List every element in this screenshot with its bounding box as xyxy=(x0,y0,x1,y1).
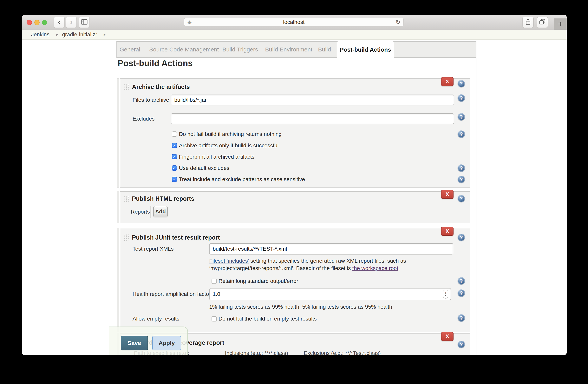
help-icon[interactable]: ? xyxy=(458,234,465,241)
help-icon[interactable]: ? xyxy=(458,176,465,183)
tabs-icon xyxy=(539,19,546,26)
breadcrumb-separator-icon: ▸ xyxy=(56,30,58,39)
drag-strip[interactable] xyxy=(117,191,119,223)
breadcrumb-item-jenkins[interactable]: Jenkins xyxy=(31,30,49,39)
drag-handle-icon[interactable] xyxy=(124,83,129,91)
help-icon[interactable]: ? xyxy=(458,164,465,172)
column-header: Inclusions (e.g.: **/*.class) xyxy=(225,350,288,355)
back-button[interactable]: ‹ xyxy=(54,17,65,28)
checkbox[interactable]: ✓ xyxy=(172,165,177,171)
check-icon: ✓ xyxy=(172,154,177,159)
checkbox[interactable]: ✓ xyxy=(211,278,217,284)
help-icon[interactable]: ? xyxy=(458,195,465,202)
section-title: Archive the artifacts xyxy=(132,83,190,91)
checkbox[interactable]: ✓ xyxy=(211,316,217,321)
minimize-window-button[interactable] xyxy=(34,20,40,25)
help-icon[interactable]: ? xyxy=(458,130,465,138)
help-icon[interactable]: ? xyxy=(458,94,465,102)
sidebar-icon xyxy=(81,19,87,25)
tab-general[interactable]: General xyxy=(120,42,140,57)
delete-section-button[interactable]: X xyxy=(441,332,454,341)
number-stepper[interactable]: ▲ ▼ xyxy=(443,290,448,299)
drag-strip[interactable] xyxy=(117,228,119,332)
content-column-divider xyxy=(476,41,476,355)
reload-icon[interactable]: ↻ xyxy=(396,19,400,25)
check-icon: ✓ xyxy=(172,143,177,148)
share-icon xyxy=(525,19,531,26)
site-badge-icon: ⊕ xyxy=(187,19,192,26)
stepper-down-icon: ▼ xyxy=(445,294,447,297)
help-icon[interactable]: ? xyxy=(458,277,465,285)
description-text: . xyxy=(398,265,400,271)
delete-section-button[interactable]: X xyxy=(441,190,454,199)
plus-icon: + xyxy=(558,20,563,29)
test-report-xmls-input[interactable]: build/test-results/**/TEST-*.xml xyxy=(209,243,453,255)
breadcrumb: Jenkins ▸ gradle-initializr ▸ xyxy=(22,30,567,40)
share-button[interactable] xyxy=(523,17,534,28)
excludes-input[interactable] xyxy=(171,113,454,124)
checkbox-label: Retain long standard output/error xyxy=(218,278,298,284)
config-tab-bar: General Source Code Management Build Tri… xyxy=(116,41,476,58)
drag-handle-icon[interactable] xyxy=(124,234,129,241)
checkbox-label: Archive artifacts only if build is succe… xyxy=(179,143,279,149)
checkbox-label: Do not fail the build on empty test resu… xyxy=(218,316,317,322)
workspace-root-link[interactable]: the workspace root xyxy=(352,265,399,271)
help-icon[interactable]: ? xyxy=(458,289,465,297)
breadcrumb-separator-icon: ▸ xyxy=(104,30,106,39)
new-tab-button[interactable]: + xyxy=(554,19,567,30)
url-text: localhost xyxy=(283,19,305,25)
reports-label: Reports xyxy=(131,206,150,217)
health-amplification-input[interactable]: 1.0 ▲ ▼ xyxy=(209,288,451,300)
save-button[interactable]: Save xyxy=(121,336,148,350)
checkbox[interactable]: ✓ xyxy=(172,177,177,182)
checkbox-label: Treat include and exclude patterns as ca… xyxy=(179,176,305,183)
files-to-archive-input[interactable]: build/libs/*.jar xyxy=(171,95,454,106)
fileset-includes-link[interactable]: Fileset ‘includes’ xyxy=(209,258,249,264)
browser-titlebar: ‹ › ⊕ localhost ↻ + xyxy=(22,15,567,30)
section-title: Publish HTML reports xyxy=(132,195,194,202)
close-window-button[interactable] xyxy=(27,20,32,25)
help-icon[interactable]: ? xyxy=(458,113,465,121)
checkbox-label: Do not fail build if archiving returns n… xyxy=(179,131,282,137)
tab-build-environment[interactable]: Build Environment xyxy=(265,42,312,57)
checkbox[interactable]: ✓ xyxy=(172,143,177,148)
help-icon[interactable]: ? xyxy=(458,80,465,87)
save-bar: Save Apply xyxy=(109,326,188,355)
tab-post-build-actions[interactable]: Post-build Actions xyxy=(337,41,394,59)
repeatable-divider xyxy=(150,206,151,218)
check-icon: ✓ xyxy=(172,166,177,171)
help-icon[interactable]: ? xyxy=(458,341,465,348)
health-amplification-value: 1.0 xyxy=(213,291,220,297)
checkbox[interactable]: ✓ xyxy=(172,154,177,159)
apply-button[interactable]: Apply xyxy=(152,336,181,350)
checkbox[interactable]: ✓ xyxy=(172,131,177,137)
add-report-button[interactable]: Add xyxy=(153,206,168,217)
checkbox-label: Use default excludes xyxy=(179,165,229,171)
tab-overview-button[interactable] xyxy=(537,17,548,28)
field-label: Files to archive xyxy=(132,95,169,106)
checkbox-label: Fingerprint all archived artifacts xyxy=(179,154,254,160)
page-content: General Source Code Management Build Tri… xyxy=(22,40,567,355)
drag-strip[interactable] xyxy=(117,78,119,188)
section-title: Publish JUnit test result report xyxy=(132,234,220,241)
tab-source-code-management[interactable]: Source Code Management xyxy=(149,42,219,57)
field-label: Excludes xyxy=(132,113,155,124)
drag-handle-icon[interactable] xyxy=(124,195,129,203)
zoom-window-button[interactable] xyxy=(42,20,47,25)
page-title: Post-build Actions xyxy=(118,58,193,68)
help-icon[interactable]: ? xyxy=(458,314,465,322)
tab-build-triggers[interactable]: Build Triggers xyxy=(222,42,258,57)
browser-window: ‹ › ⊕ localhost ↻ + xyxy=(22,15,567,355)
field-label: Test report XMLs xyxy=(132,243,174,255)
delete-section-button[interactable]: X xyxy=(441,227,454,236)
field-label: Allow empty results xyxy=(132,315,179,322)
tab-build[interactable]: Build xyxy=(318,42,331,57)
breadcrumb-item-job[interactable]: gradle-initializr xyxy=(62,30,97,39)
address-bar[interactable]: ⊕ localhost ↻ xyxy=(184,18,404,27)
sidebar-toggle-button[interactable] xyxy=(79,17,90,28)
forward-button[interactable]: › xyxy=(65,17,77,28)
chevron-left-icon: ‹ xyxy=(58,18,61,26)
delete-section-button[interactable]: X xyxy=(441,77,454,86)
field-label: Health report amplification factor xyxy=(132,288,211,300)
health-help-text: 1% failing tests scores as 99% health. 5… xyxy=(209,304,392,310)
